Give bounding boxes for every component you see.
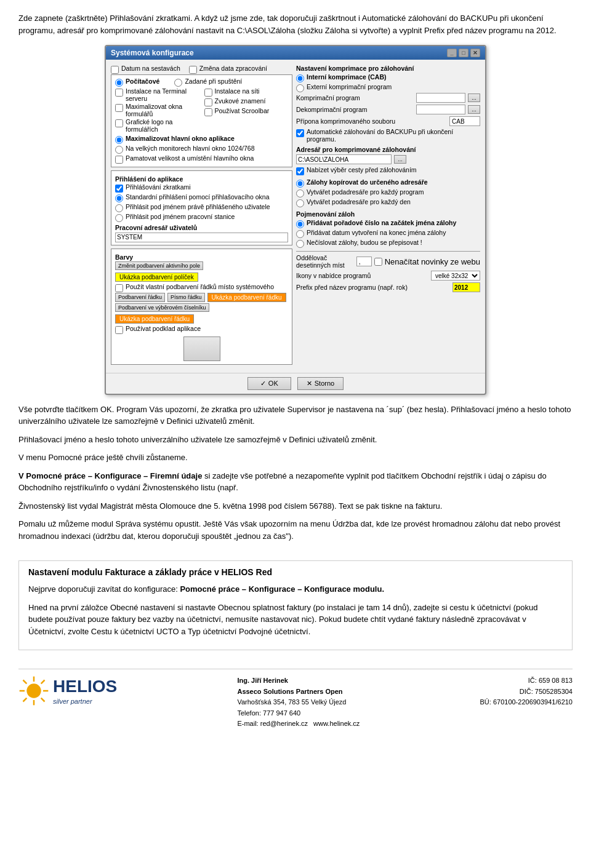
helios-section-title: Nastavení modulu Fakturace a základy prá… — [28, 567, 563, 577]
misc-section: Oddělovač desetinných míst Nenačítat nov… — [296, 254, 480, 292]
hlavni-okno-radio[interactable] — [115, 136, 123, 144]
pocitacove-radio[interactable] — [115, 79, 123, 87]
email-value: red@herinek.cz — [260, 720, 308, 727]
bu-value: BÚ: 670100-2206903941/6210 — [480, 697, 573, 708]
graficke-checkbox[interactable] — [115, 119, 123, 127]
prihlasit1-radio[interactable] — [115, 204, 123, 212]
datum-checkbox[interactable] — [111, 66, 119, 74]
maximize-button[interactable]: □ — [459, 49, 468, 57]
podklad-checkbox[interactable] — [115, 326, 123, 334]
zvuk-checkbox[interactable] — [204, 98, 212, 106]
ikony-row: Ikony v nabídce programů velké 32x32 — [296, 271, 480, 281]
zalohy-kopirovat-row: Zálohy kopírovat do určeného adresáře — [296, 178, 480, 188]
prihlasit2-label: Přihlásit pod jménem pracovní stanice — [126, 213, 235, 220]
minimize-button[interactable]: _ — [447, 49, 457, 57]
oddelovac-input[interactable] — [356, 257, 372, 266]
person-name: Ing. Jiří Herinek — [237, 675, 360, 687]
contact-info: Ing. Jiří Herinek Asseco Solutions Partn… — [237, 675, 360, 730]
svg-line-8 — [23, 698, 27, 702]
neciselovat-row: Nečíslovat zálohy, budou se přepisovat ! — [296, 239, 480, 248]
scrollbar-checkbox-row: Používat Scroolbar — [204, 107, 289, 116]
external-prog-row: Externí komprimační program — [296, 83, 480, 92]
prihlaseni-group-label: Přihlášení do aplikace — [115, 175, 288, 183]
adresat-browse-button[interactable]: ... — [394, 155, 406, 164]
vytvorit2-row: Vytvářet podadresáře pro každý den — [296, 198, 480, 207]
pridat-datum-radio[interactable] — [296, 230, 304, 238]
podklad-preview-button[interactable] — [183, 336, 220, 361]
sit-checkbox[interactable] — [204, 89, 212, 97]
nenacitat-checkbox[interactable] — [374, 258, 382, 266]
svg-line-7 — [41, 680, 45, 684]
internal-cab-radio[interactable] — [296, 74, 304, 82]
ic-value: IČ: 659 08 813 — [480, 675, 573, 687]
prihlasit2-radio[interactable] — [115, 214, 123, 222]
podbarveni2-button[interactable]: Podbarvení ve výběrovém číselníku — [115, 303, 209, 312]
zadane-radio[interactable] — [174, 79, 182, 87]
close-button[interactable]: ✕ — [470, 49, 480, 57]
pridat-poradi-row: Přidávat pořadové číslo na začátek jména… — [296, 219, 480, 228]
prihlaseni-zkratkami-checkbox[interactable] — [115, 185, 123, 193]
helios-para2: Hned na první záložce Obecné nastavení s… — [28, 602, 563, 638]
ikony-dropdown[interactable]: velké 32x32 — [431, 271, 480, 281]
dialog-left-panel: Datum na sestavách Změna data zpracování… — [111, 65, 292, 368]
vytvorit2-radio[interactable] — [296, 199, 304, 207]
zmena-data-label: Změna data zpracování — [199, 65, 267, 72]
pojmenovani-title: Pojmenování záloh — [296, 210, 480, 218]
adresat-input[interactable] — [296, 154, 392, 164]
helios-para1: Nejprve doporučuji zavítat do konfigurac… — [28, 583, 563, 595]
dekomprimacni-input[interactable] — [416, 105, 465, 114]
zalohy-kopirovat-radio[interactable] — [296, 180, 304, 188]
system-input[interactable] — [115, 233, 288, 242]
maximalizovat-checkbox[interactable] — [115, 104, 123, 112]
komprimacni-browse-button[interactable]: ... — [468, 94, 480, 102]
nabizet-checkbox[interactable] — [296, 167, 304, 175]
pamatovat-label: Pamatovat velikost a umístění hlavního o… — [126, 154, 254, 162]
standard-login-radio[interactable] — [115, 194, 123, 202]
nabizet-row: Nabízet výběr cesty před zálohováním — [296, 166, 480, 175]
pridat-poradi-radio[interactable] — [296, 220, 304, 228]
vlastni-checkbox[interactable] — [115, 284, 123, 292]
zmena-data-checkbox[interactable] — [189, 66, 197, 74]
pismo-button[interactable]: Písmo řádku — [167, 293, 205, 302]
auto-backup-row: Automatické zálohování do BACKUPu při uk… — [296, 128, 480, 143]
titlebar-buttons: _ □ ✕ — [447, 49, 480, 57]
firemni-text: V Pomocné práce – Konfigurace – Firemní … — [18, 470, 573, 494]
monitor-radio[interactable] — [115, 146, 123, 154]
internal-cab-row: Interní komprimace (CAB) — [296, 73, 480, 82]
zvuk-label: Zvukové znamení — [215, 97, 266, 105]
telefon: Telefon: 777 947 640 — [237, 708, 360, 719]
vytvorit1-radio[interactable] — [296, 189, 304, 197]
podbarveni-button[interactable]: Podbarvení řádku — [115, 293, 165, 302]
adresat-title: Adresář pro komprimované zálohování — [296, 146, 480, 153]
zvuk-checkbox-row: Zvukové znamení — [204, 97, 289, 106]
storno-button[interactable]: ✕ Storno — [297, 377, 344, 390]
pripona-input[interactable] — [449, 116, 480, 126]
preview-row2-button[interactable]: Ukázka podbarvení řádku — [115, 314, 194, 324]
dialog-right-panel: Nastavení komprimace pro zálohování Inte… — [296, 65, 480, 368]
terminal-checkbox[interactable] — [115, 89, 123, 97]
pocitacove-radio-row: Počítačové Zadané při spuštění — [115, 78, 288, 87]
preview-row-button[interactable]: Ukázka podbarvení řádku — [207, 293, 286, 302]
zmenit-button[interactable]: Změnit podbarvení aktivního pole — [115, 261, 203, 270]
prefix-row: Prefix před název programu (např. rok) — [296, 282, 480, 292]
oddelovac-label: Oddělovač desetinných míst — [296, 254, 354, 269]
scrollbar-checkbox[interactable] — [204, 108, 212, 116]
dialog-footer: ✓ OK ✕ Storno — [106, 373, 485, 394]
helios-footer: HELIOS silver partner Ing. Jiří Herinek … — [18, 669, 573, 736]
external-prog-radio[interactable] — [296, 84, 304, 92]
preview-yellow-button[interactable]: Ukázka podbarvení políček — [115, 273, 198, 282]
pamatovat-checkbox[interactable] — [115, 156, 123, 164]
neciselovat-radio[interactable] — [296, 240, 304, 248]
dialog-window: Systémová konfigurace _ □ ✕ Datum na ses… — [105, 45, 486, 395]
prihlasit1-label: Přihlásit pod jménem právě přihlášeného … — [126, 203, 270, 210]
auto-backup-checkbox[interactable] — [296, 129, 304, 137]
oddelovac-row: Oddělovač desetinných míst Nenačítat nov… — [296, 254, 480, 269]
ok-button[interactable]: ✓ OK — [247, 377, 291, 390]
datum-checkbox-row: Datum na sestavách Změna data zpracování — [111, 65, 292, 74]
dekomprimacni-browse-button[interactable]: ... — [468, 105, 480, 114]
email-web: E-mail: red@herinek.cz www.helinek.cz — [237, 719, 360, 730]
prefix-input[interactable] — [452, 282, 480, 292]
helios-section: Nastavení modulu Fakturace a základy prá… — [18, 560, 573, 650]
komprimacni-input[interactable] — [416, 93, 465, 103]
hlavni-okno-checkbox-row: Maximalizovat hlavní okno aplikace — [115, 135, 288, 144]
